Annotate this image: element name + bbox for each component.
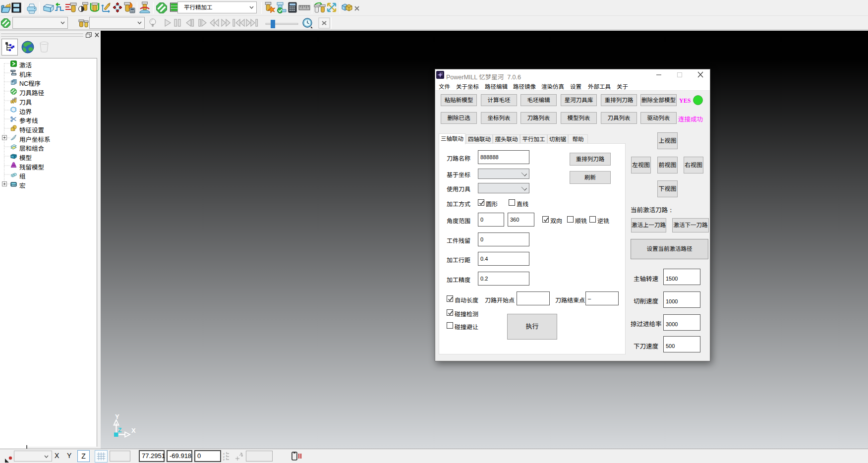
- svg-text:Y: Y: [115, 413, 119, 420]
- svg-text:z: z: [223, 458, 225, 461]
- svg-text:Z: Z: [118, 427, 121, 434]
- svg-text:X: X: [131, 427, 136, 434]
